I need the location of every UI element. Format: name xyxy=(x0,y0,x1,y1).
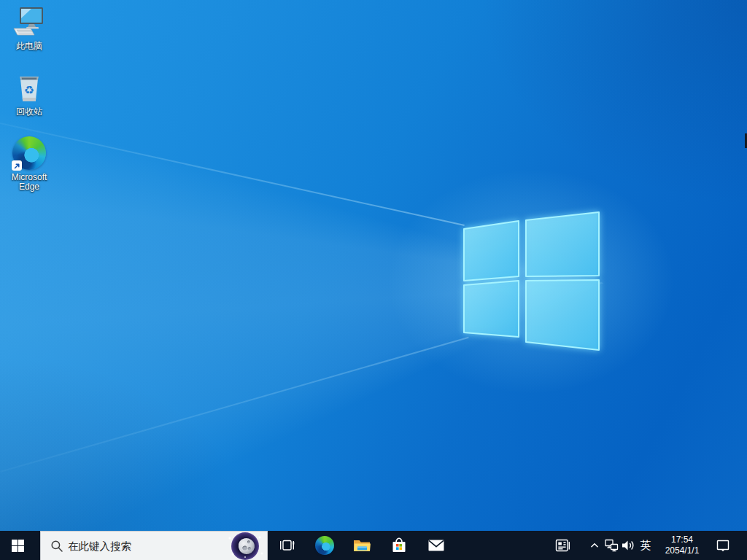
task-view-icon xyxy=(279,537,296,554)
taskbar-store-button[interactable] xyxy=(382,531,417,560)
desktop-icon-this-pc[interactable]: 此电脑 xyxy=(1,4,58,51)
desktop-icon-grid: 此电脑 ♻ 回收站 xyxy=(1,4,58,192)
wallpaper-light-ray xyxy=(0,122,465,226)
search-highlight-moon-icon[interactable] xyxy=(223,532,267,560)
clock-time: 17:54 xyxy=(671,534,693,545)
recycle-bin-icon: ♻ xyxy=(12,70,47,105)
envelope-icon xyxy=(427,536,446,555)
taskbar-search-box[interactable] xyxy=(40,531,268,560)
ime-language-indicator[interactable]: 英 xyxy=(637,531,654,560)
desktop-icon-label: Microsoft Edge xyxy=(3,173,55,192)
action-center-icon xyxy=(715,537,731,553)
ime-label: 英 xyxy=(640,539,651,553)
taskbar-edge-button[interactable] xyxy=(307,531,342,560)
ethernet-icon xyxy=(603,537,619,553)
taskbar: 英 17:54 2054/1/1 xyxy=(0,531,747,560)
news-and-interests-button[interactable] xyxy=(549,531,576,560)
desktop-icon-recycle-bin[interactable]: ♻ 回收站 xyxy=(1,70,58,117)
show-hidden-icons-button[interactable] xyxy=(586,531,603,560)
windows-wallpaper-logo xyxy=(0,0,747,531)
windows-logo-icon xyxy=(12,540,24,552)
network-status-button[interactable] xyxy=(603,531,619,560)
store-bag-icon xyxy=(390,536,409,555)
clock-date: 2054/1/1 xyxy=(665,545,700,556)
wallpaper-light-ray xyxy=(0,337,469,472)
search-input[interactable] xyxy=(63,540,223,552)
news-icon xyxy=(554,537,571,554)
shortcut-arrow-icon xyxy=(12,160,22,171)
taskbar-file-explorer-button[interactable] xyxy=(344,531,379,560)
task-view-button[interactable] xyxy=(270,531,305,560)
search-icon xyxy=(50,540,63,553)
desktop-icon-microsoft-edge[interactable]: Microsoft Edge xyxy=(1,136,58,192)
edge-icon xyxy=(315,536,334,555)
desktop-wallpaper: 此电脑 ♻ 回收站 xyxy=(0,0,747,531)
volume-button[interactable] xyxy=(619,531,637,560)
taskbar-mail-button[interactable] xyxy=(419,531,454,560)
start-button[interactable] xyxy=(0,531,35,560)
action-center-button[interactable] xyxy=(708,531,738,560)
speaker-icon xyxy=(620,537,636,553)
desktop-icon-label: 回收站 xyxy=(16,107,42,117)
folder-icon xyxy=(352,536,371,555)
computer-icon xyxy=(12,4,47,39)
system-tray: 英 17:54 2054/1/1 xyxy=(549,531,747,560)
taskbar-clock[interactable]: 17:54 2054/1/1 xyxy=(656,531,708,560)
chevron-up-icon xyxy=(588,539,601,552)
svg-text:♻: ♻ xyxy=(24,83,34,97)
desktop-icon-label: 此电脑 xyxy=(16,42,42,51)
edge-icon xyxy=(12,136,47,171)
